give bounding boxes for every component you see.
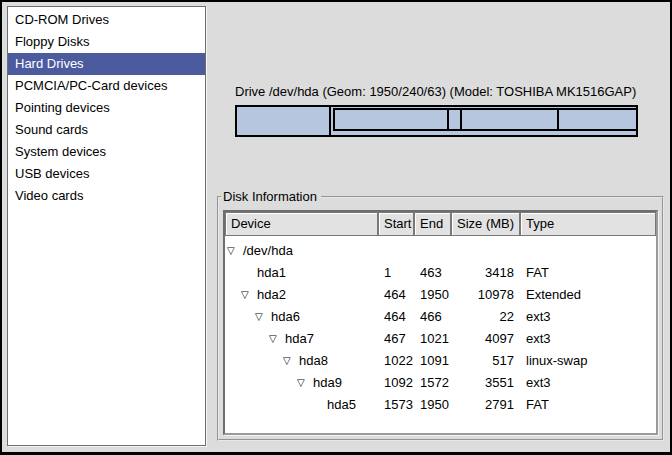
end-cell: 1572	[414, 372, 451, 394]
start-cell: 464	[378, 306, 414, 328]
size-cell: 517	[451, 350, 520, 372]
end-cell: 1091	[414, 350, 451, 372]
table-row-hda9[interactable]: ▽hda9109215723551ext3	[225, 372, 656, 394]
device-cell: ▽hda2	[225, 284, 378, 306]
sidebar-item-usb-devices[interactable]: USB devices	[8, 163, 205, 185]
table-row-hda2[interactable]: ▽hda2464195010978Extended	[225, 284, 656, 306]
table-row-dev-hda[interactable]: ▽/dev/hda	[225, 240, 656, 262]
column-header-device[interactable]: Device	[225, 212, 378, 236]
table-row-hda8[interactable]: ▽hda810221091517linux-swap	[225, 350, 656, 372]
table-row-hda5[interactable]: hda5157319502791FAT	[225, 394, 656, 416]
size-cell: 10978	[451, 284, 520, 306]
sidebar-item-floppy-disks[interactable]: Floppy Disks	[8, 31, 205, 53]
column-header-size-mb[interactable]: Size (MB)	[451, 212, 520, 236]
sidebar-item-cd-rom-drives[interactable]: CD-ROM Drives	[8, 9, 205, 31]
device-cell: hda5	[225, 394, 378, 416]
device-label: hda5	[327, 394, 356, 416]
type-cell: ext3	[520, 306, 656, 328]
disk-information-title: Disk Information	[221, 189, 321, 205]
start-cell: 1	[378, 262, 414, 284]
size-cell: 2791	[451, 394, 520, 416]
expander-icon[interactable]: ▽	[269, 328, 285, 350]
device-cell: ▽hda9	[225, 372, 378, 394]
type-cell: ext3	[520, 328, 656, 350]
expander-icon[interactable]: ▽	[227, 240, 243, 262]
end-cell	[414, 240, 451, 262]
start-cell: 467	[378, 328, 414, 350]
end-cell: 463	[414, 262, 451, 284]
column-header-type[interactable]: Type	[520, 212, 656, 236]
table-body: ▽/dev/hdahda114633418FAT▽hda246419501097…	[225, 236, 656, 433]
expander-spacer	[311, 394, 327, 416]
drive-info-label: Drive /dev/hda (Geom: 1950/240/63) (Mode…	[235, 84, 636, 99]
disk-information-frame: Disk Information DeviceStartEndSize (MB)…	[217, 196, 664, 441]
column-header-end[interactable]: End	[414, 212, 451, 236]
device-label: hda2	[257, 284, 286, 306]
table-row-hda7[interactable]: ▽hda746710214097ext3	[225, 328, 656, 350]
column-header-start[interactable]: Start	[378, 212, 414, 236]
sidebar-item-hard-drives[interactable]: Hard Drives	[8, 53, 205, 75]
device-label: hda7	[285, 328, 314, 350]
start-cell: 1092	[378, 372, 414, 394]
table-header-row: DeviceStartEndSize (MB)Type	[225, 212, 656, 236]
end-cell: 1021	[414, 328, 451, 350]
start-cell	[378, 240, 414, 262]
expander-icon[interactable]: ▽	[255, 306, 271, 328]
sidebar-item-sound-cards[interactable]: Sound cards	[8, 119, 205, 141]
end-cell: 466	[414, 306, 451, 328]
start-cell: 1573	[378, 394, 414, 416]
expander-icon[interactable]: ▽	[283, 350, 299, 372]
partition-segment-hda8	[449, 110, 462, 129]
size-cell	[451, 240, 520, 262]
partition-segment-hda1	[237, 107, 331, 135]
partition-segment-hda9	[462, 110, 559, 129]
expander-spacer	[241, 262, 257, 284]
table-row-hda6[interactable]: ▽hda646446622ext3	[225, 306, 656, 328]
disk-partition-bar	[235, 105, 638, 137]
device-label: hda9	[313, 372, 342, 394]
type-cell: FAT	[520, 394, 656, 416]
partition-extended-container	[333, 108, 636, 131]
expander-icon[interactable]: ▽	[241, 284, 257, 306]
sidebar-item-video-cards[interactable]: Video cards	[8, 185, 205, 207]
size-cell: 3418	[451, 262, 520, 284]
start-cell: 464	[378, 284, 414, 306]
device-label: hda6	[271, 306, 300, 328]
sidebar-item-pcmcia-pc-card-devices[interactable]: PCMCIA/PC-Card devices	[8, 75, 205, 97]
device-cell: ▽hda8	[225, 350, 378, 372]
sidebar-item-pointing-devices[interactable]: Pointing devices	[8, 97, 205, 119]
type-cell: Extended	[520, 284, 656, 306]
start-cell: 1022	[378, 350, 414, 372]
type-cell	[520, 240, 656, 262]
size-cell: 3551	[451, 372, 520, 394]
expander-icon[interactable]: ▽	[297, 372, 313, 394]
device-cell: ▽hda6	[225, 306, 378, 328]
end-cell: 1950	[414, 284, 451, 306]
size-cell: 4097	[451, 328, 520, 350]
device-label: hda8	[299, 350, 328, 372]
partition-segment-hda7	[335, 110, 449, 129]
device-cell: ▽hda7	[225, 328, 378, 350]
device-category-list: CD-ROM DrivesFloppy DisksHard DrivesPCMC…	[7, 6, 206, 446]
disk-information-table: DeviceStartEndSize (MB)Type ▽/dev/hdahda…	[223, 210, 658, 435]
type-cell: ext3	[520, 372, 656, 394]
end-cell: 1950	[414, 394, 451, 416]
partition-segment-hda5	[559, 110, 636, 129]
size-cell: 22	[451, 306, 520, 328]
type-cell: linux-swap	[520, 350, 656, 372]
table-row-hda1[interactable]: hda114633418FAT	[225, 262, 656, 284]
device-label: hda1	[257, 262, 286, 284]
type-cell: FAT	[520, 262, 656, 284]
device-cell: hda1	[225, 262, 378, 284]
hardware-browser-window: { "colors": { "window-bg": "#dcdcdc", "s…	[0, 0, 672, 455]
sidebar-item-system-devices[interactable]: System devices	[8, 141, 205, 163]
device-cell: ▽/dev/hda	[225, 240, 378, 262]
device-label: /dev/hda	[243, 240, 293, 262]
